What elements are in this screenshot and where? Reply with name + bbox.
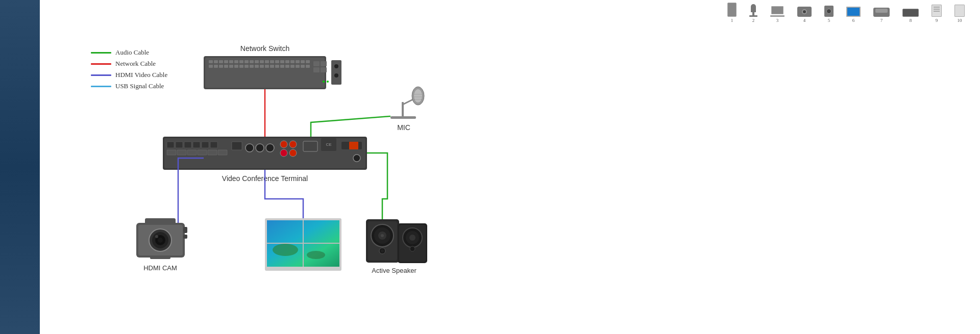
svg-rect-37 xyxy=(285,65,289,68)
svg-rect-5 xyxy=(224,60,228,63)
svg-point-103 xyxy=(273,244,298,256)
svg-rect-17 xyxy=(285,60,289,63)
svg-rect-96 xyxy=(183,235,187,239)
svg-rect-77 xyxy=(349,142,358,149)
svg-point-69 xyxy=(280,141,287,148)
svg-rect-15 xyxy=(275,60,279,63)
svg-point-66 xyxy=(246,144,254,152)
svg-rect-53 xyxy=(167,142,174,148)
svg-rect-35 xyxy=(275,65,279,68)
svg-point-110 xyxy=(381,234,384,237)
svg-rect-2 xyxy=(209,60,213,63)
svg-rect-29 xyxy=(244,65,249,68)
svg-rect-13 xyxy=(265,60,269,63)
svg-point-83 xyxy=(414,89,422,102)
network-switch-text: Network Switch xyxy=(240,44,289,53)
svg-point-50 xyxy=(327,81,329,83)
svg-rect-58 xyxy=(210,142,217,148)
svg-rect-28 xyxy=(239,65,243,68)
svg-point-118 xyxy=(410,246,415,251)
svg-rect-73 xyxy=(303,141,317,151)
svg-rect-11 xyxy=(255,60,259,63)
svg-rect-64 xyxy=(218,150,227,155)
svg-rect-54 xyxy=(176,142,183,148)
svg-point-71 xyxy=(280,149,287,157)
svg-rect-7 xyxy=(234,60,238,63)
svg-rect-31 xyxy=(255,65,259,68)
svg-point-72 xyxy=(289,149,297,157)
svg-rect-44 xyxy=(313,67,320,72)
svg-rect-6 xyxy=(229,60,233,63)
svg-rect-10 xyxy=(250,60,254,63)
svg-rect-95 xyxy=(183,227,187,233)
svg-point-93 xyxy=(155,235,158,238)
white-area: 1 2 3 4 xyxy=(40,0,980,334)
svg-rect-16 xyxy=(280,60,284,63)
svg-point-104 xyxy=(307,251,325,259)
svg-rect-14 xyxy=(270,60,274,63)
mic-text: MIC xyxy=(397,123,410,132)
left-sidebar xyxy=(0,0,40,334)
diagram-svg: Network Switch xyxy=(40,0,980,334)
svg-point-47 xyxy=(334,64,338,68)
svg-rect-57 xyxy=(202,142,209,148)
svg-rect-32 xyxy=(260,65,264,68)
svg-rect-24 xyxy=(219,65,223,68)
svg-rect-61 xyxy=(187,150,197,155)
svg-rect-25 xyxy=(224,65,228,68)
mic-device xyxy=(390,87,424,119)
svg-point-117 xyxy=(409,235,415,241)
svg-rect-36 xyxy=(280,65,284,68)
svg-rect-4 xyxy=(219,60,223,63)
svg-rect-62 xyxy=(198,150,207,155)
svg-point-67 xyxy=(256,144,264,152)
svg-rect-42 xyxy=(313,61,320,66)
svg-rect-20 xyxy=(301,60,305,63)
svg-rect-38 xyxy=(290,65,295,68)
vct-device: CE xyxy=(163,137,367,170)
svg-rect-33 xyxy=(265,65,269,68)
svg-rect-3 xyxy=(214,60,218,63)
svg-rect-45 xyxy=(321,67,327,72)
svg-rect-34 xyxy=(270,65,274,68)
svg-rect-30 xyxy=(250,65,254,68)
svg-point-68 xyxy=(266,144,274,152)
svg-point-70 xyxy=(289,141,297,148)
svg-rect-21 xyxy=(306,60,310,63)
active-speaker-device xyxy=(366,219,427,263)
svg-rect-40 xyxy=(301,65,305,68)
svg-point-112 xyxy=(381,249,384,252)
svg-rect-27 xyxy=(234,65,238,68)
svg-rect-41 xyxy=(306,65,310,68)
main-content: 1 2 3 4 xyxy=(40,0,980,334)
network-switch-device xyxy=(204,56,341,89)
svg-rect-60 xyxy=(177,150,186,155)
svg-rect-12 xyxy=(260,60,264,63)
audio-cable-vct-to-mic xyxy=(311,116,390,137)
svg-rect-55 xyxy=(184,142,191,148)
svg-point-78 xyxy=(353,155,360,162)
svg-point-49 xyxy=(323,81,325,83)
svg-rect-46 xyxy=(331,60,341,85)
svg-rect-9 xyxy=(244,60,249,63)
hdmi-cam-text: HDMI CAM xyxy=(143,264,177,272)
svg-rect-43 xyxy=(321,61,327,66)
svg-rect-94 xyxy=(145,218,176,224)
display-device xyxy=(265,218,341,271)
active-speaker-text: Active Speaker xyxy=(372,267,416,274)
svg-rect-65 xyxy=(232,142,242,150)
svg-line-81 xyxy=(403,99,413,105)
svg-rect-56 xyxy=(193,142,200,148)
svg-rect-8 xyxy=(239,60,243,63)
svg-rect-18 xyxy=(290,60,295,63)
svg-rect-63 xyxy=(208,150,217,155)
audio-cable-vct-to-speaker xyxy=(367,153,387,219)
svg-rect-23 xyxy=(214,65,218,68)
svg-rect-59 xyxy=(167,150,176,155)
svg-point-48 xyxy=(334,73,338,78)
svg-point-92 xyxy=(158,238,163,243)
svg-rect-26 xyxy=(229,65,233,68)
svg-rect-22 xyxy=(209,65,213,68)
svg-text:CE: CE xyxy=(326,142,331,147)
svg-rect-97 xyxy=(150,256,170,259)
